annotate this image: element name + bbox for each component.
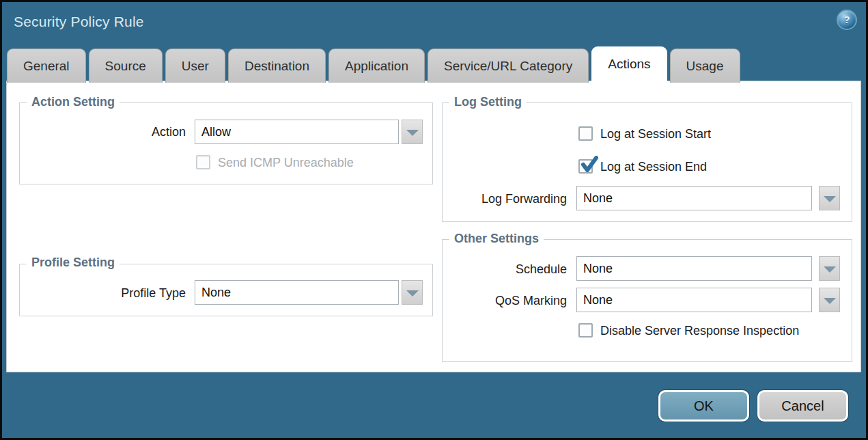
log-forwarding-dropdown[interactable]: None: [576, 186, 812, 210]
disable-server-response-inspection-checkbox[interactable]: [578, 323, 593, 338]
schedule-label: Schedule: [516, 262, 567, 276]
log-session-end-label: Log at Session End: [600, 160, 707, 174]
action-dropdown-button[interactable]: [402, 120, 423, 144]
tab-user[interactable]: User: [165, 49, 225, 83]
log-forwarding-label: Log Forwarding: [481, 192, 567, 206]
dialog-title: Security Policy Rule: [14, 14, 144, 30]
cancel-button[interactable]: Cancel: [757, 390, 848, 422]
security-policy-rule-dialog: Security Policy Rule ? General Source Us…: [2, 2, 866, 438]
tab-destination[interactable]: Destination: [228, 49, 326, 83]
chevron-down-icon: [824, 196, 836, 202]
other-settings-legend: Other Settings: [449, 232, 544, 246]
schedule-dropdown[interactable]: None: [576, 256, 812, 281]
tab-service-url-category[interactable]: Service/URL Category: [428, 49, 589, 83]
action-dropdown[interactable]: Allow: [195, 120, 399, 144]
tab-application[interactable]: Application: [328, 49, 425, 83]
action-setting-legend: Action Setting: [27, 95, 120, 109]
profile-type-dropdown[interactable]: None: [195, 280, 399, 305]
profile-setting-legend: Profile Setting: [27, 256, 120, 270]
chevron-down-icon: [824, 298, 836, 304]
qos-marking-label: QoS Marking: [495, 294, 567, 307]
schedule-dropdown-button[interactable]: [819, 256, 840, 281]
log-session-end-checkbox[interactable]: [578, 159, 593, 174]
disable-server-response-inspection-label: Disable Server Response Inspection: [600, 324, 799, 338]
send-icmp-unreachable-checkbox: [196, 155, 210, 169]
log-session-start-checkbox[interactable]: [578, 126, 593, 141]
log-session-start-label: Log at Session Start: [600, 127, 711, 141]
chevron-down-icon: [406, 130, 419, 136]
ok-button[interactable]: OK: [658, 390, 749, 422]
check-icon: [580, 156, 598, 174]
log-forwarding-dropdown-button[interactable]: [819, 186, 840, 210]
profile-type-dropdown-button[interactable]: [402, 280, 423, 305]
tab-bar: General Source User Destination Applicat…: [7, 46, 861, 83]
tab-source[interactable]: Source: [89, 49, 163, 83]
log-setting-legend: Log Setting: [449, 95, 527, 109]
tab-usage[interactable]: Usage: [670, 49, 740, 83]
action-label: Action: [152, 125, 186, 139]
chevron-down-icon: [406, 290, 419, 297]
tab-general[interactable]: General: [7, 49, 86, 83]
tab-actions[interactable]: Actions: [591, 46, 667, 83]
profile-type-label: Profile Type: [121, 286, 186, 300]
chevron-down-icon: [824, 266, 836, 273]
screen: Security Policy Rule ? General Source Us…: [0, 0, 868, 440]
qos-marking-dropdown-button[interactable]: [819, 288, 840, 312]
help-icon[interactable]: ?: [838, 11, 856, 29]
send-icmp-unreachable-label: Send ICMP Unreachable: [218, 156, 354, 169]
qos-marking-dropdown[interactable]: None: [576, 288, 812, 312]
